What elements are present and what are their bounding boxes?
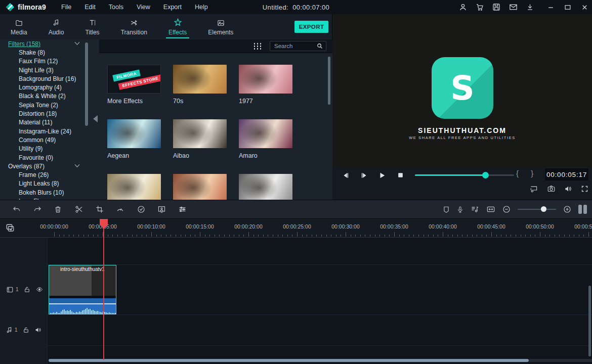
effect-thumbnail[interactable] [239, 65, 292, 94]
zoom-in-icon[interactable] [563, 205, 571, 213]
sidebar-item-favourite-0-[interactable]: Favourite (0) [0, 153, 99, 162]
search-box[interactable] [270, 41, 326, 51]
delete-icon[interactable] [48, 205, 68, 213]
close-button[interactable] [581, 4, 588, 11]
next-frame-icon[interactable] [355, 172, 373, 179]
zoom-out-icon[interactable] [502, 205, 511, 213]
timeline-ruler[interactable]: 00:00:00:0000:00:05:0000:00:10:0000:00:1… [0, 219, 592, 238]
effect-card-row3-0[interactable] [107, 174, 161, 200]
track-manager-icon[interactable] [5, 223, 15, 233]
search-icon[interactable] [317, 43, 326, 49]
mark-inout-icons[interactable]: { } [516, 169, 538, 177]
tab-audio[interactable]: Audio [38, 14, 75, 39]
mail-icon[interactable] [509, 3, 518, 11]
fullscreen-icon[interactable] [581, 185, 588, 193]
tab-transition[interactable]: Transition [110, 14, 158, 39]
minimize-button[interactable] [547, 4, 554, 11]
video-track-header[interactable]: 1 [0, 264, 48, 314]
effects-scrollbar[interactable] [328, 57, 330, 105]
effect-card-row3-1[interactable] [173, 174, 227, 200]
audio-track-header[interactable]: 1 [0, 314, 48, 345]
sidebar-item-overlays-87-[interactable]: Overlays (87) [0, 162, 99, 170]
save-icon[interactable] [492, 3, 500, 11]
crop-icon[interactable] [89, 205, 110, 213]
playhead-line[interactable] [103, 219, 104, 360]
sidebar-item-shake-8-[interactable]: Shake (8) [0, 48, 99, 57]
undo-icon[interactable] [6, 205, 27, 213]
effect-thumbnail[interactable] [173, 119, 227, 148]
menu-help[interactable]: Help [195, 4, 208, 11]
sidebar-item-background-blur-16-[interactable]: Background Blur (16) [0, 74, 99, 83]
sidebar-item-material-11-[interactable]: Material (11) [0, 118, 99, 127]
menu-edit[interactable]: Edit [84, 4, 96, 11]
timeline-horizontal-scrollbar[interactable] [49, 359, 529, 362]
effect-thumbnail[interactable] [239, 119, 292, 148]
effect-thumbnail[interactable] [107, 174, 161, 200]
chevron-down-icon[interactable] [74, 41, 80, 46]
display-settings-icon[interactable] [529, 185, 538, 193]
sidebar-item-common-49-[interactable]: Common (49) [0, 135, 99, 144]
tab-effects[interactable]: Effects [158, 14, 197, 39]
redo-icon[interactable] [27, 205, 48, 213]
snapshot-camera-icon[interactable] [547, 185, 556, 193]
audio-lock-icon[interactable] [23, 327, 29, 334]
timeline-clip[interactable]: intro-sieuthuthuatv1 [49, 265, 116, 314]
adjust-sliders-icon[interactable] [172, 205, 193, 213]
fit-to-timeline-icon[interactable] [486, 205, 495, 213]
effect-card-more-effects[interactable]: FILMORAEFFECTS STOREMore Effects [107, 65, 161, 105]
chevron-down-icon[interactable] [74, 164, 80, 168]
play-icon[interactable] [373, 172, 391, 179]
collapse-panel-icon[interactable] [93, 115, 98, 122]
store-cart-icon[interactable] [476, 3, 484, 11]
sidebar-item-night-life-3-[interactable]: Night Life (3) [0, 66, 99, 74]
previous-frame-icon[interactable] [336, 172, 355, 179]
effect-card-aegean[interactable]: Aegean [107, 119, 161, 159]
sidebar-item-light-leaks-8-[interactable]: Light Leaks (8) [0, 179, 99, 188]
effect-card-70s[interactable]: 70s [173, 65, 227, 105]
audio-mute-speaker-icon[interactable] [34, 327, 42, 333]
green-screen-icon[interactable] [151, 205, 172, 213]
effect-thumbnail[interactable] [239, 174, 292, 200]
sidebar-item-distortion-18-[interactable]: Distortion (18) [0, 109, 99, 118]
tab-media[interactable]: Media [0, 14, 38, 39]
sidebar-item-utility-9-[interactable]: Utility (9) [0, 145, 99, 153]
track-layout-icon[interactable] [578, 205, 587, 214]
video-visibility-eye-icon[interactable] [35, 286, 44, 293]
color-correction-icon[interactable] [131, 205, 151, 213]
sidebar-item-lomography-4-[interactable]: Lomography (4) [0, 83, 99, 92]
effect-thumbnail[interactable] [173, 174, 227, 200]
download-icon[interactable] [526, 3, 534, 11]
timeline-zoom-slider[interactable] [518, 209, 556, 210]
tab-titles[interactable]: Titles [74, 14, 110, 39]
sidebar-scrollbar[interactable] [85, 42, 88, 126]
effect-card-amaro[interactable]: Amaro [239, 119, 292, 159]
grid-view-icon[interactable] [253, 42, 262, 50]
seek-bar[interactable] [415, 174, 514, 176]
menu-file[interactable]: File [61, 4, 71, 11]
effect-card-aibao[interactable]: Aibao [173, 119, 227, 159]
seek-handle[interactable] [482, 172, 489, 178]
sidebar-item-frame-26-[interactable]: Frame (26) [0, 170, 99, 179]
speed-icon[interactable] [110, 205, 131, 213]
split-scissors-icon[interactable] [68, 205, 89, 213]
zoom-slider-handle[interactable] [541, 206, 546, 212]
audio-mixer-icon[interactable] [471, 205, 479, 213]
timeline-vertical-scrollbar[interactable] [588, 286, 591, 356]
sidebar-item-instagram-like-24-[interactable]: Instagram-Like (24) [0, 127, 99, 135]
sidebar-item-filters-158-[interactable]: Filters (158) [0, 39, 99, 48]
sidebar-item-sepia-tone-2-[interactable]: Sepia Tone (2) [0, 101, 99, 109]
stop-icon[interactable] [391, 172, 409, 178]
effect-thumbnail[interactable] [173, 65, 227, 94]
tab-elements[interactable]: Elements [197, 14, 244, 39]
video-lock-icon[interactable] [24, 286, 30, 293]
effect-card-1977[interactable]: 1977 [239, 65, 292, 105]
effect-thumbnail[interactable] [107, 119, 161, 148]
search-input[interactable] [270, 43, 317, 49]
account-icon[interactable] [459, 3, 467, 11]
record-voiceover-icon[interactable] [457, 205, 463, 214]
sidebar-item-faux-film-12-[interactable]: Faux Film (12) [0, 57, 99, 66]
maximize-button[interactable] [564, 4, 571, 11]
effect-card-row3-2[interactable] [239, 174, 292, 200]
sidebar-item-black-white-2-[interactable]: Black & White (2) [0, 92, 99, 101]
add-marker-icon[interactable] [443, 205, 450, 214]
